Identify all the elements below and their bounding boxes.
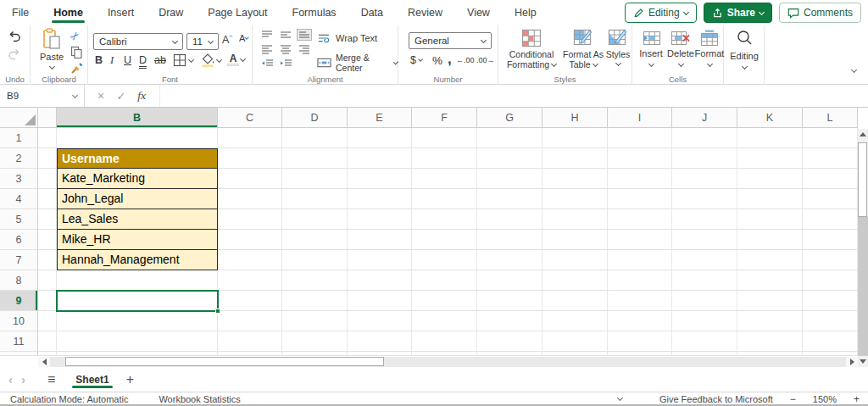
borders-button[interactable] (173, 53, 193, 67)
calculation-mode-status[interactable]: Calculation Mode: Automatic (10, 394, 128, 404)
cell-H10[interactable] (542, 311, 608, 331)
row-header-5[interactable]: 5 (0, 209, 38, 230)
cell-D5[interactable] (282, 209, 348, 230)
cell-F4[interactable] (412, 189, 477, 209)
cell-G10[interactable] (477, 311, 542, 331)
cell-F6[interactable] (412, 230, 477, 250)
cell-K7[interactable] (737, 250, 803, 270)
cell-H8[interactable] (542, 270, 608, 291)
cell-E[interactable] (348, 352, 412, 356)
cell-D3[interactable] (282, 169, 348, 189)
increase-font-size-button[interactable]: A^ (222, 33, 232, 46)
share-button[interactable]: Share (704, 3, 772, 23)
italic-button[interactable]: I (110, 54, 114, 67)
formula-input[interactable] (159, 85, 868, 107)
cell-I3[interactable] (608, 169, 672, 189)
cell-L8[interactable] (803, 270, 858, 291)
enter-button[interactable]: ✓ (112, 85, 131, 107)
menu-tab-review[interactable]: Review (408, 0, 442, 25)
cell-L[interactable] (803, 352, 858, 356)
cell-L4[interactable] (803, 189, 858, 209)
delete-cells-button[interactable]: Delete (666, 30, 695, 68)
cell-I7[interactable] (608, 250, 672, 270)
cell-G5[interactable] (477, 209, 542, 230)
decrease-indent-button[interactable] (259, 58, 275, 70)
cell-J3[interactable] (672, 169, 737, 189)
add-sheet-button[interactable]: + (126, 372, 134, 387)
cell-E6[interactable] (348, 230, 412, 250)
menu-tab-home[interactable]: Home (53, 0, 83, 25)
cell-F9[interactable] (412, 291, 477, 311)
menu-tab-page-layout[interactable]: Page Layout (208, 0, 267, 25)
cell-D[interactable] (282, 352, 348, 356)
cell-A11[interactable] (38, 331, 57, 352)
column-header-I[interactable]: I (608, 108, 672, 128)
editing-menu-button[interactable]: Editing (727, 29, 761, 70)
increase-indent-button[interactable] (278, 58, 293, 70)
cell-A2[interactable] (38, 148, 57, 169)
cell-H5[interactable] (542, 209, 608, 230)
fill-color-button[interactable] (200, 53, 221, 68)
cell-L7[interactable] (803, 250, 858, 270)
strikethrough-button[interactable]: ab (154, 54, 166, 66)
scroll-up-button[interactable] (858, 129, 868, 140)
cell-I6[interactable] (608, 230, 672, 250)
cell-E11[interactable] (348, 331, 412, 352)
cell-I9[interactable] (608, 291, 672, 311)
cell-B10[interactable] (57, 311, 218, 331)
cell-C3[interactable] (218, 169, 282, 189)
cell-E7[interactable] (348, 250, 412, 270)
cell-K2[interactable] (737, 148, 803, 169)
column-header-K[interactable]: K (737, 108, 803, 128)
previous-sheet-button[interactable]: ‹ (8, 372, 13, 387)
horizontal-scrollbar[interactable] (38, 357, 858, 367)
cell-C2[interactable] (218, 148, 282, 169)
wrap-text-button[interactable]: Wrap Text (317, 32, 377, 44)
comments-button[interactable]: Comments (779, 3, 861, 23)
cell-J2[interactable] (672, 148, 737, 169)
align-left-button[interactable] (259, 43, 275, 55)
cell-G[interactable] (477, 352, 542, 356)
comma-format-button[interactable]: , (448, 51, 452, 68)
cell-D1[interactable] (282, 128, 348, 148)
cell-J11[interactable] (672, 331, 737, 352)
cell-L2[interactable] (803, 148, 858, 169)
cell-A8[interactable] (38, 270, 57, 291)
select-all-corner[interactable] (0, 108, 38, 128)
cell-F3[interactable] (412, 169, 477, 189)
font-name-select[interactable]: Calibri (93, 33, 183, 50)
cell-K5[interactable] (737, 209, 803, 230)
cell-B11[interactable] (57, 331, 218, 352)
format-painter-button[interactable] (70, 61, 84, 75)
redo-button[interactable] (7, 47, 22, 62)
cell-E5[interactable] (348, 209, 412, 230)
cell-J[interactable] (672, 352, 737, 356)
cell-F11[interactable] (412, 331, 477, 352)
align-middle-button[interactable] (278, 29, 293, 41)
cell-K3[interactable] (737, 169, 803, 189)
cell-A4[interactable] (38, 189, 57, 209)
vertical-scroll-thumb[interactable] (858, 142, 867, 217)
row-header-partial[interactable] (0, 352, 38, 356)
menu-tab-file[interactable]: File (12, 0, 29, 25)
menu-tab-data[interactable]: Data (361, 0, 383, 25)
cell-C4[interactable] (218, 189, 282, 209)
cell-H11[interactable] (542, 331, 608, 352)
name-box[interactable]: B9 (0, 85, 85, 107)
cell-A[interactable] (38, 352, 57, 356)
cell-J1[interactable] (672, 128, 737, 148)
next-sheet-button[interactable]: › (21, 372, 25, 387)
sheet-tab-sheet1[interactable]: Sheet1 (75, 367, 108, 392)
cell-E3[interactable] (348, 169, 412, 189)
cell-B2[interactable]: Username (57, 148, 218, 169)
cell-K6[interactable] (737, 230, 803, 250)
cell-F2[interactable] (412, 148, 477, 169)
cell-F5[interactable] (412, 209, 477, 230)
cell-I4[interactable] (608, 189, 672, 209)
row-header-2[interactable]: 2 (0, 148, 38, 169)
cell-K9[interactable] (737, 291, 803, 311)
collapse-ribbon-button[interactable] (852, 62, 856, 77)
align-right-button[interactable] (297, 43, 312, 55)
cell-L1[interactable] (803, 128, 858, 148)
cell-B6[interactable]: Mike_HR (57, 230, 218, 250)
